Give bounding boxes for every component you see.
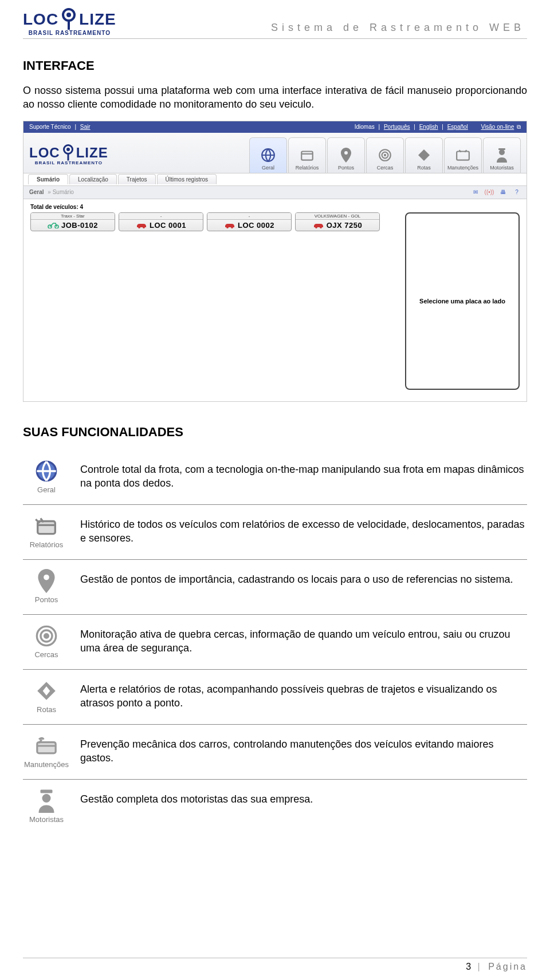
- diamond-icon: [34, 679, 58, 703]
- tab-relatorios[interactable]: Relatórios: [288, 137, 326, 173]
- target-icon: [377, 147, 393, 163]
- pin-icon: [338, 147, 354, 163]
- wrench-icon: [34, 734, 58, 758]
- plates-group: Traxx - Star JOB-0102 - LOC 0001 - LOC 0…: [30, 212, 380, 231]
- logo-text-right: LIZE: [79, 10, 116, 29]
- globe-icon: [34, 459, 58, 483]
- header-title: Sistema de Rastreamento WEB: [271, 22, 527, 36]
- svg-rect-5: [301, 151, 313, 160]
- app-screenshot: Suporte Técnico | Sair Idiomas | Portugu…: [23, 121, 527, 402]
- vehicle-plate[interactable]: - LOC 0001: [119, 212, 203, 231]
- driver-icon: [494, 147, 510, 163]
- online-link[interactable]: Visão on-line: [481, 124, 514, 130]
- tab-rotas[interactable]: Rotas: [405, 137, 443, 173]
- section-interface-heading: INTERFACE: [23, 58, 527, 73]
- mail-icon[interactable]: ✉: [472, 188, 480, 196]
- vehicle-plate[interactable]: Traxx - Star JOB-0102: [30, 212, 115, 231]
- page-header: LOC LIZE BRASIL RASTREAMENTO Sistema de …: [23, 8, 527, 39]
- driver-icon: [34, 789, 58, 813]
- sub-tabs: Sumário Localização Trajetos Últimos reg…: [23, 173, 527, 185]
- app-logo: LOC LIZE BRASIL RASTREAMENTO: [29, 144, 108, 165]
- app-topbar: Suporte Técnico | Sair Idiomas | Portugu…: [23, 121, 527, 133]
- pin-icon: [61, 144, 75, 161]
- print-icon[interactable]: 🖶: [499, 188, 507, 196]
- section-func-heading: SUAS FUNCIONALIDADES: [23, 425, 527, 440]
- total-vehicles: Total de veículos: 4: [30, 204, 520, 210]
- feature-relatorios: Relatórios Histórico de todos os veículo…: [23, 505, 527, 560]
- feature-rotas: Rotas Alerta e relatórios de rotas, acom…: [23, 670, 527, 725]
- logo-text-left: LOC: [23, 10, 58, 29]
- moto-icon: [48, 222, 58, 228]
- nav-tabs: Geral Relatórios Pontos Cercas Rotas Man…: [249, 137, 521, 173]
- help-icon[interactable]: ?: [513, 188, 521, 196]
- subtab-ultimos[interactable]: Últimos registros: [157, 174, 217, 184]
- section-interface-paragraph: O nosso sistema possui uma plataforma we…: [23, 84, 527, 112]
- target-icon: [34, 624, 58, 648]
- svg-rect-11: [498, 148, 505, 150]
- svg-point-8: [384, 155, 386, 156]
- tab-motoristas[interactable]: Motoristas: [483, 137, 521, 173]
- feature-pontos: Pontos Gestão de pontos de importância, …: [23, 560, 527, 615]
- subtab-sumario[interactable]: Sumário: [28, 174, 68, 184]
- report-icon: [299, 147, 315, 163]
- tab-manutencoes[interactable]: Manutenções: [444, 137, 482, 173]
- feature-geral: Geral Controle total da frota, com a tec…: [23, 450, 527, 505]
- car-icon: [313, 222, 323, 228]
- tab-cercas[interactable]: Cercas: [366, 137, 404, 173]
- report-icon: [34, 514, 58, 538]
- pin-icon: [60, 8, 78, 31]
- svg-rect-9: [457, 151, 469, 160]
- tab-geral[interactable]: Geral: [249, 137, 287, 173]
- page-footer: 3 | Página: [23, 958, 527, 972]
- car-icon: [136, 222, 146, 228]
- vehicle-plate[interactable]: - LOC 0002: [207, 212, 292, 231]
- external-icon: ⧉: [517, 124, 521, 130]
- subtab-trajetos[interactable]: Trajetos: [118, 174, 156, 184]
- vehicle-plate[interactable]: VOLKSWAGEN - GOL OJX 7250: [295, 212, 380, 231]
- idiomas-label: Idiomas: [355, 124, 375, 130]
- topbar-left: Suporte Técnico | Sair: [29, 124, 91, 131]
- lang-es[interactable]: Español: [447, 124, 468, 130]
- svg-rect-19: [37, 742, 56, 753]
- subtab-localizacao[interactable]: Localização: [69, 174, 117, 184]
- lang-pt[interactable]: Português: [384, 124, 410, 130]
- tab-pontos[interactable]: Pontos: [327, 137, 365, 173]
- signal-icon[interactable]: ((•)): [485, 188, 493, 196]
- svg-rect-15: [38, 521, 56, 534]
- svg-rect-20: [41, 789, 53, 793]
- side-panel: Selecione uma placa ao lado: [405, 212, 520, 390]
- lang-en[interactable]: English: [419, 124, 438, 130]
- svg-point-18: [45, 634, 49, 638]
- feature-list: Geral Controle total da frota, com a tec…: [23, 450, 527, 834]
- breadcrumb: Geral » Sumário ✉ ((•)) 🖶 ?: [23, 185, 527, 199]
- fleet-row: Traxx - Star JOB-0102 - LOC 0001 - LOC 0…: [30, 212, 520, 390]
- pin-icon: [34, 569, 58, 593]
- feature-cercas: Cercas Monitoração ativa de quebra cerca…: [23, 615, 527, 670]
- diamond-icon: [416, 147, 432, 163]
- feature-motoristas: Motoristas Gestão completa dos motorista…: [23, 780, 527, 834]
- svg-point-21: [42, 794, 51, 803]
- support-label: Suporte Técnico: [29, 124, 71, 130]
- app-body: Total de veículos: 4 Traxx - Star JOB-01…: [23, 199, 527, 401]
- topbar-right: Idiomas | Português | English | Español …: [355, 124, 521, 131]
- svg-point-1: [66, 13, 71, 17]
- globe-icon: [260, 147, 276, 163]
- brand-logo: LOC LIZE BRASIL RASTREAMENTO: [23, 8, 116, 36]
- svg-point-10: [499, 149, 505, 155]
- exit-link[interactable]: Sair: [80, 124, 91, 130]
- app-header: LOC LIZE BRASIL RASTREAMENTO Geral Relat…: [23, 133, 527, 173]
- svg-point-3: [66, 148, 70, 151]
- feature-manutencoes: Manutenções Prevenção mecânica dos carro…: [23, 725, 527, 780]
- car-icon: [224, 222, 234, 228]
- wrench-icon: [455, 147, 471, 163]
